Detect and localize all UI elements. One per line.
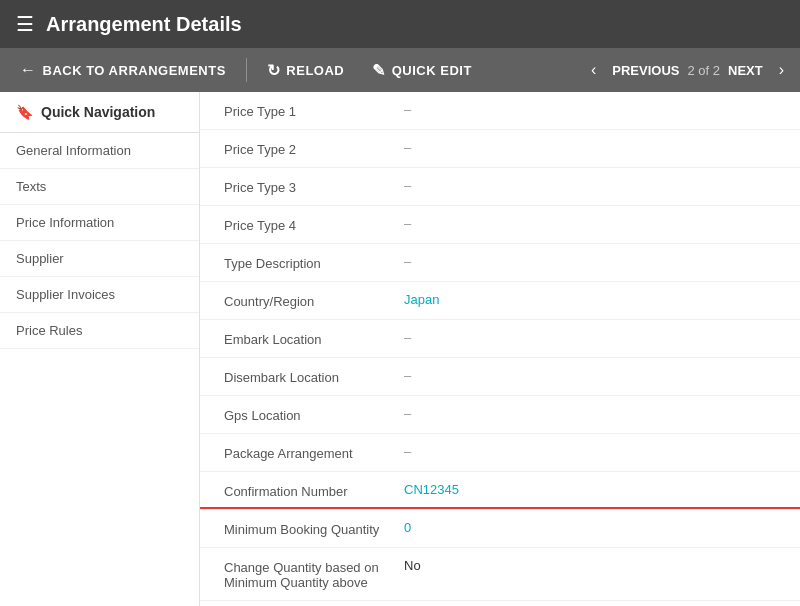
top-header: ☰ Arrangement Details [0,0,800,48]
sidebar-item-texts[interactable]: Texts [0,169,199,205]
field-value[interactable]: CN12345 [404,482,459,497]
edit-icon: ✎ [372,61,386,80]
bookmark-icon: 🔖 [16,104,33,120]
field-value: – [404,254,411,269]
sidebar-item-supplier-invoices[interactable]: Supplier Invoices [0,277,199,313]
field-label: Change Quantity based on Minimum Quantit… [224,558,404,590]
field-label: Package Arrangement [224,444,404,461]
sidebar: 🔖 Quick Navigation General Information T… [0,92,200,606]
next-nav-button[interactable]: › [771,57,792,83]
sidebar-item-price-rules[interactable]: Price Rules [0,313,199,349]
quick-edit-label: QUICK EDIT [392,63,472,78]
field-label: Price Type 4 [224,216,404,233]
main-layout: 🔖 Quick Navigation General Information T… [0,92,800,606]
sidebar-item-supplier[interactable]: Supplier [0,241,199,277]
back-button[interactable]: ← BACK TO ARRANGEMENTS [8,55,238,85]
form-row: Country/RegionJapan [200,282,800,320]
content-area: Price Type 1–Price Type 2–Price Type 3–P… [200,92,800,606]
form-row: Type Description– [200,244,800,282]
toolbar: ← BACK TO ARRANGEMENTS ↻ RELOAD ✎ QUICK … [0,48,800,92]
field-label: Country/Region [224,292,404,309]
field-value: – [404,178,411,193]
form-row: Price Type 2– [200,130,800,168]
sidebar-item-general-information[interactable]: General Information [0,133,199,169]
back-button-label: BACK TO ARRANGEMENTS [43,63,226,78]
form-row: Price Type 1– [200,92,800,130]
reload-button-label: RELOAD [286,63,344,78]
field-value[interactable]: Japan [404,292,439,307]
field-value: – [404,216,411,231]
form-row: Gps Location– [200,396,800,434]
field-label: Price Type 1 [224,102,404,119]
page-title: Arrangement Details [46,13,242,36]
field-value: – [404,368,411,383]
field-label: Price Type 2 [224,140,404,157]
sidebar-item-price-information[interactable]: Price Information [0,205,199,241]
previous-nav-button[interactable]: ‹ [583,57,604,83]
field-label: Minimum Booking Quantity [224,520,404,537]
form-row: Embark Location– [200,320,800,358]
field-value: – [404,330,411,345]
toolbar-divider [246,58,247,82]
reload-icon: ↻ [267,61,281,80]
previous-label: PREVIOUS [612,63,679,78]
form-row: Price Type 3– [200,168,800,206]
field-value: No [404,558,421,573]
sidebar-header-label: Quick Navigation [41,104,155,120]
field-value: – [404,140,411,155]
field-label: Type Description [224,254,404,271]
nav-group: ‹ PREVIOUS 2 of 2 NEXT › [583,57,792,83]
field-value: 0 [404,520,411,535]
field-value: – [404,406,411,421]
form-row: Price Type 4– [200,206,800,244]
field-label: Confirmation Number [224,482,404,499]
reload-button[interactable]: ↻ RELOAD [255,55,356,86]
field-value: – [404,102,411,117]
form-row: Automatic OrderNo [200,601,800,606]
field-value: – [404,444,411,459]
back-arrow-icon: ← [20,61,37,79]
form-row: Confirmation NumberCN12345 [200,472,800,510]
field-label: Embark Location [224,330,404,347]
form-row: Package Arrangement– [200,434,800,472]
nav-count: 2 of 2 [687,63,720,78]
quick-edit-button[interactable]: ✎ QUICK EDIT [360,55,484,86]
field-label: Gps Location [224,406,404,423]
next-label: NEXT [728,63,763,78]
field-label: Price Type 3 [224,178,404,195]
sidebar-header: 🔖 Quick Navigation [0,92,199,133]
menu-icon[interactable]: ☰ [16,12,34,36]
form-row: Change Quantity based on Minimum Quantit… [200,548,800,601]
form-row: Disembark Location– [200,358,800,396]
form-row: Minimum Booking Quantity0 [200,510,800,548]
red-underline-content [200,507,800,509]
field-label: Disembark Location [224,368,404,385]
